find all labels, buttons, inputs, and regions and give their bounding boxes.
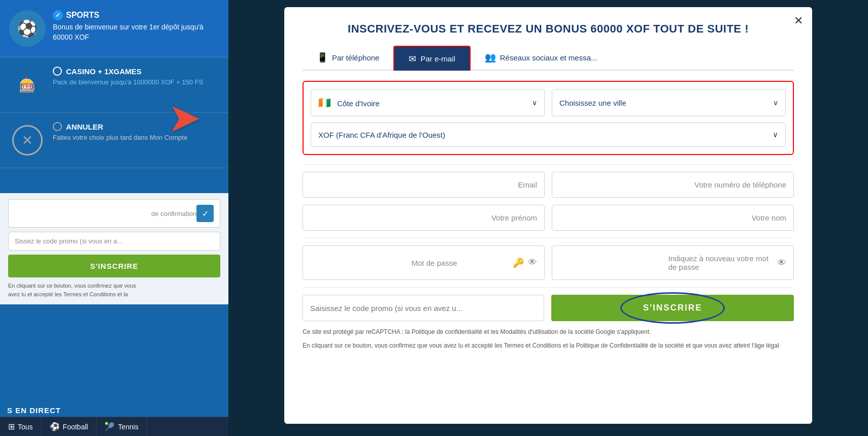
legal-terms: En cliquant sur ce bouton, vous confirme… (303, 341, 794, 351)
code-confirm-btn[interactable]: ✓ (196, 205, 214, 222)
name-row: Votre prénom Votre nom (303, 205, 794, 231)
country-flag: 🇨🇮 (318, 97, 331, 108)
phone-placeholder: Votre numéro de téléphone (694, 180, 786, 189)
submit-button[interactable]: S'INSCRIRE (551, 295, 794, 321)
divider-3 (303, 287, 794, 288)
currency-select[interactable]: XOF (Franc CFA d'Afrique de l'Ouest) ∨ (311, 122, 786, 147)
code-field[interactable]: de confirmation ✓ (8, 199, 220, 228)
promo-input[interactable] (303, 295, 544, 321)
country-label: Côte d'Ivoire (337, 99, 380, 108)
tab-email-label: Par e-mail (420, 54, 455, 63)
phone-field-wrapper: Votre numéro de téléphone (552, 172, 794, 198)
password-input[interactable] (310, 259, 412, 267)
check-icon: ✓ (53, 10, 63, 20)
firstname-placeholder: Votre prénom (491, 213, 537, 222)
submit-row: S'INSCRIRE (303, 295, 794, 321)
left-panel: ⚽ ✓ SPORTS Bonus de bienvenue sur votre … (0, 0, 228, 436)
divider-1 (303, 164, 794, 165)
password-field-wrapper: Mot de passe 🔑 👁 (303, 245, 545, 280)
social-icon: 👥 (485, 52, 496, 63)
modal-title: INSCRIVEZ-VOUS ET RECEVEZ UN BONUS 60000… (303, 22, 794, 36)
eye-icon[interactable]: 👁 (528, 257, 537, 268)
firstname-input[interactable] (310, 213, 491, 222)
sports-icon: ⚽ (9, 10, 46, 47)
email-input[interactable] (310, 180, 518, 189)
code-input[interactable] (15, 209, 151, 217)
location-section: 🇨🇮 Côte d'Ivoire ∨ Choisissez une ville … (303, 81, 794, 155)
casino-tag: CASINO + 1XGAMES (66, 67, 142, 76)
email-field-wrapper: Email (303, 172, 545, 198)
tab-telephone[interactable]: 📱 Par téléphone (303, 46, 393, 71)
tennis-icon: 🎾 (105, 422, 115, 431)
lastname-input[interactable] (559, 213, 752, 222)
casino-desc: Pack de bienvenue jusqu'à 1000000 XOF + … (53, 78, 203, 87)
sports-tag: SPORTS (66, 11, 99, 20)
annuler-tag: ANNULER (66, 122, 103, 131)
promo-field-mid[interactable]: Sissez le code promo (si vous en a... (8, 232, 220, 251)
lastname-field-wrapper: Votre nom (552, 205, 794, 231)
tennis-label: Tennis (118, 423, 138, 431)
close-button[interactable]: ✕ (794, 14, 803, 27)
currency-label: XOF (Franc CFA d'Afrique de l'Ouest) (318, 131, 445, 139)
arrow-indicator: ➤ (168, 94, 202, 141)
country-chevron-icon: ∨ (532, 99, 537, 107)
legal-recaptcha: Ce site est protégé par reCAPTCHA ; la P… (303, 327, 794, 337)
password-row: Mot de passe 🔑 👁 Indiquez à nouveau votr… (303, 245, 794, 280)
tous-icon: ⊞ (8, 422, 15, 431)
country-city-row: 🇨🇮 Côte d'Ivoire ∨ Choisissez une ville … (311, 89, 786, 116)
football-label: Football (63, 423, 88, 431)
country-select[interactable]: 🇨🇮 Côte d'Ivoire ∨ (311, 89, 545, 116)
currency-chevron-icon: ∨ (773, 130, 778, 139)
divider-2 (303, 238, 794, 238)
confirm-password-input[interactable] (559, 259, 669, 267)
lastname-placeholder: Votre nom (752, 213, 786, 222)
phone-icon: 📱 (317, 52, 328, 63)
password-placeholder: Mot de passe (412, 259, 513, 267)
radio-annuler (53, 122, 62, 131)
tab-social[interactable]: 👥 Réseaux sociaux et messa... (471, 46, 612, 71)
code-label: de confirmation (151, 210, 196, 217)
sinscire-btn-mid[interactable]: S'INSCRIRE (8, 255, 220, 277)
sports-bonus[interactable]: ⚽ ✓ SPORTS Bonus de bienvenue sur votre … (0, 0, 228, 57)
bottom-bar: ⊞ Tous ⚽ Football 🎾 Tennis (0, 417, 228, 436)
modal: ✕ INSCRIVEZ-VOUS ET RECEVEZ UN BONUS 600… (284, 7, 812, 424)
direct-label: S EN DIRECT (7, 406, 61, 415)
casino-icon: 🎰 (9, 67, 46, 103)
football-icon: ⚽ (50, 422, 60, 431)
tab-bar: 📱 Par téléphone ✉ Par e-mail 👥 Réseaux s… (303, 46, 794, 71)
key-icon: 🔑 (513, 257, 524, 268)
email-icon: ✉ (409, 53, 416, 65)
bottom-tab-tennis[interactable]: 🎾 Tennis (96, 417, 147, 436)
email-phone-row: Email Votre numéro de téléphone (303, 172, 794, 198)
bottom-tab-football[interactable]: ⚽ Football (42, 417, 97, 436)
tous-label: Tous (18, 423, 33, 431)
confirm-password-field-wrapper: Indiquez à nouveau votre mot de passe 👁 (552, 245, 794, 280)
email-placeholder: Email (518, 180, 537, 189)
city-select[interactable]: Choisissez une ville ∨ (552, 89, 786, 116)
sports-desc: Bonus de bienvenue sur votre 1er dépôt j… (53, 22, 219, 42)
promo-label-mid: Sissez le code promo (si vous en a... (15, 237, 122, 245)
annuler-icon: ✕ (9, 122, 46, 159)
tab-telephone-label: Par téléphone (332, 53, 379, 62)
firstname-field-wrapper: Votre prénom (303, 205, 545, 231)
tab-email[interactable]: ✉ Par e-mail (393, 46, 470, 71)
mid-form-legal: En cliquant sur ce bouton, vous confirme… (8, 282, 220, 298)
modal-overlay: ✕ INSCRIVEZ-VOUS ET RECEVEZ UN BONUS 600… (228, 0, 868, 436)
radio-casino (53, 67, 62, 76)
phone-input[interactable] (559, 180, 694, 189)
eye-confirm-icon[interactable]: 👁 (777, 258, 786, 268)
mid-form: de confirmation ✓ Sissez le code promo (… (0, 193, 228, 304)
confirm-password-placeholder: Indiquez à nouveau votre mot de passe (669, 254, 778, 271)
city-placeholder: Choisissez une ville (559, 99, 626, 107)
tab-social-label: Réseaux sociaux et messa... (500, 53, 597, 62)
bottom-tab-tous[interactable]: ⊞ Tous (0, 417, 42, 436)
city-chevron-icon: ∨ (773, 99, 778, 107)
